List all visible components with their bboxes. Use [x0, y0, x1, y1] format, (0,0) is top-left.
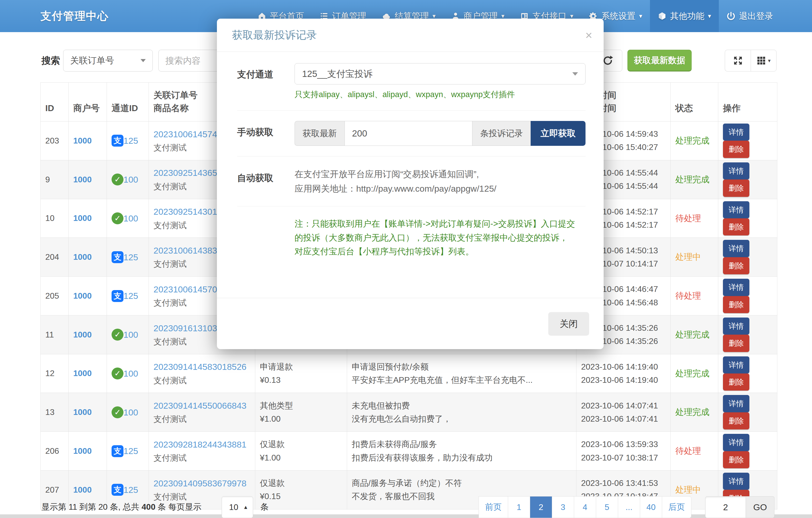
go-button[interactable]: GO [746, 496, 775, 518]
order-link[interactable]: 20231006143837 [153, 246, 222, 255]
delete-button[interactable]: 删除 [723, 296, 749, 313]
nav-item-logout[interactable]: 退出登录 [719, 0, 781, 32]
cell-id: 9 [41, 160, 68, 199]
fetch-now-button[interactable]: 立即获取 [531, 121, 585, 146]
delete-button[interactable]: 删除 [723, 257, 749, 274]
channel-icon: 支 [112, 251, 123, 263]
detail-button[interactable]: 详情 [723, 279, 749, 296]
page-button[interactable]: 前页 [478, 496, 508, 518]
complaint-title: 扣费后未获得商品/服务 [352, 438, 572, 451]
merchant-link[interactable]: 1000 [73, 252, 92, 262]
fetch-latest-data-button[interactable]: 获取最新数据 [628, 50, 692, 72]
delete-button[interactable]: 删除 [723, 218, 749, 236]
merchant-link[interactable]: 1000 [73, 136, 92, 145]
status-badge: 待处理 [675, 291, 701, 300]
status-badge: 处理中 [675, 485, 701, 494]
manual-fetch-row: 手动获取 获取最新 条投诉记录 立即获取 [237, 121, 585, 146]
merchant-link[interactable]: 1000 [73, 446, 92, 456]
cell-time: 2023-10-06 13:59:33 2023-10-07 10:38:17 [576, 432, 671, 471]
header-merchant: 商户号 [68, 83, 107, 121]
channel-id: 100 [123, 328, 138, 342]
order-link[interactable]: 2023091414583018526 [153, 362, 246, 372]
delete-button[interactable]: 删除 [723, 374, 749, 390]
cell-status: 处理完成 [671, 315, 718, 354]
merchant-link[interactable]: 1000 [73, 291, 92, 300]
page-button[interactable]: 5 [596, 496, 618, 518]
fetch-count-input[interactable] [345, 121, 472, 146]
detail-button[interactable]: 详情 [723, 434, 749, 451]
cell-actions: 详情 删除 [718, 121, 777, 160]
order-link[interactable]: 20230916131038 [153, 323, 222, 333]
page-button[interactable]: 4 [574, 496, 596, 518]
detail-button[interactable]: 详情 [723, 473, 749, 490]
channel-icon: ✓ [112, 173, 123, 186]
page-button[interactable]: 2 [530, 496, 552, 518]
cell-merchant: 1000 [68, 160, 107, 199]
channel-id: 100 [123, 405, 138, 419]
order-link[interactable]: 2023091414550066843 [153, 401, 246, 410]
chevron-down-icon [572, 72, 578, 76]
merchant-link[interactable]: 1000 [73, 213, 92, 223]
cell-status: 待处理 [671, 199, 718, 238]
page-button[interactable]: 40 [640, 496, 662, 518]
delete-button[interactable]: 删除 [723, 180, 749, 197]
fullscreen-button[interactable] [725, 50, 751, 72]
detail-button[interactable]: 详情 [723, 318, 749, 335]
page-button[interactable]: 1 [508, 496, 530, 518]
detail-button[interactable]: 详情 [723, 240, 749, 257]
detail-button[interactable]: 详情 [723, 124, 749, 141]
close-icon[interactable]: × [585, 29, 592, 41]
payment-channel-select[interactable]: 125__支付宝投诉 [295, 63, 585, 84]
order-link[interactable]: 20230925143012 [153, 207, 222, 217]
detail-button[interactable]: 详情 [723, 356, 749, 374]
cell-merchant: 1000 [68, 238, 107, 277]
delete-button[interactable]: 删除 [723, 412, 749, 430]
cell-status: 处理完成 [671, 354, 718, 393]
status-badge: 处理完成 [675, 136, 709, 145]
columns-button[interactable]: ▾ [751, 50, 777, 72]
cell-id: 205 [41, 277, 68, 316]
close-button[interactable]: 关闭 [548, 312, 589, 336]
merchant-link[interactable]: 1000 [73, 407, 92, 417]
delete-button[interactable]: 删除 [723, 451, 749, 468]
cell-merchant: 1000 [68, 432, 107, 471]
nav-item-other-functions[interactable]: 其他功能 ▾ [650, 0, 719, 32]
auto-fetch-line1: 在支付宝开放平台应用订阅“交易投诉通知回调”, [295, 167, 585, 181]
merchant-link[interactable]: 1000 [73, 369, 92, 378]
complaint-desc: 扣费后没有获得该服务，助力没有成功 [352, 451, 572, 464]
power-icon [727, 12, 735, 21]
auto-fetch-row: 自动获取 在支付宝开放平台应用订阅“交易投诉通知回调”, 应用网关地址：http… [237, 167, 585, 196]
cube-icon [658, 12, 667, 21]
merchant-link[interactable]: 1000 [73, 175, 92, 184]
cell-channel: 支 125 [107, 277, 149, 316]
delete-button[interactable]: 删除 [723, 141, 749, 158]
status-badge: 待处理 [675, 213, 701, 223]
merchant-link[interactable]: 1000 [73, 485, 92, 494]
order-link[interactable]: 2023092818244343881 [153, 439, 246, 449]
channel-icon: ✓ [112, 212, 123, 224]
cell-channel: ✓ 100 [107, 199, 149, 238]
search-field-select[interactable]: 关联订单号 [63, 50, 153, 72]
order-link[interactable]: 20231006145700 [153, 284, 222, 294]
cell-actions: 详情 删除 [718, 238, 777, 277]
order-link[interactable]: 2023091409583679978 [153, 479, 246, 488]
page-button[interactable]: ... [618, 496, 640, 518]
table-row: 206 1000 支 125 2023092818244343881 支付测试 … [41, 432, 777, 471]
chevron-down-icon: ▾ [768, 57, 771, 64]
order-link[interactable]: 20230925143654 [153, 168, 222, 178]
product-name: 支付测试 [153, 452, 250, 465]
table-row: 12 1000 ✓ 100 2023091414583018526 支付测试 申… [41, 354, 777, 393]
page-button[interactable]: 3 [552, 496, 574, 518]
delete-button[interactable]: 删除 [723, 335, 749, 352]
order-link[interactable]: 20231006145747 [153, 129, 222, 139]
cell-order: 2023091414583018526 支付测试 [149, 354, 255, 393]
detail-button[interactable]: 详情 [723, 162, 749, 180]
detail-button[interactable]: 详情 [723, 395, 749, 412]
page-size-select[interactable]: 10 ▲ [222, 496, 253, 518]
merchant-link[interactable]: 1000 [73, 330, 92, 339]
goto-page-input[interactable] [705, 496, 746, 518]
detail-button[interactable]: 详情 [723, 201, 749, 218]
channel-id: 125 [123, 444, 138, 458]
pagination-info: 显示第 11 到第 20 条, 总共 400 条 每页显示 [41, 501, 201, 513]
page-button[interactable]: 后页 [662, 496, 691, 518]
